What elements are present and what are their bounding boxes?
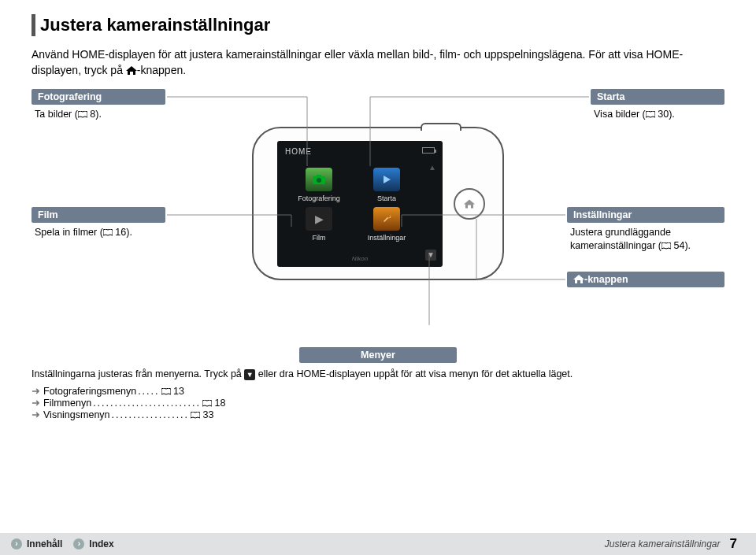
label-installningar: Inställningar Justera grundläggande kame… [567, 207, 724, 253]
book-icon [161, 387, 171, 394]
book-icon [662, 240, 671, 247]
wrench-icon [373, 207, 400, 231]
svg-rect-2 [317, 175, 321, 177]
home-button[interactable] [454, 188, 485, 220]
intro-text: Använd HOME-displayen för att justera ka… [32, 47, 724, 78]
nav-index[interactable]: ›Index [62, 538, 113, 549]
arrow-icon: ➜ [32, 409, 40, 420]
book-icon [103, 227, 113, 234]
nav-innehall[interactable]: ›Innehåll [0, 538, 62, 549]
label-film: Film Spela in filmer ( 16). [32, 207, 165, 239]
book-icon [202, 398, 212, 405]
menu-arrow-icon: ▼ [244, 369, 255, 380]
play-icon [373, 168, 400, 191]
menyer-heading: Menyer [299, 347, 457, 363]
book-icon [191, 410, 200, 417]
page-title: Justera kamerainställningar [40, 15, 270, 35]
brand-label: Nikon [352, 255, 368, 262]
link-visningsmenyn[interactable]: ➜Visningsmenyn.................. 33 [32, 409, 724, 420]
menyer-section: Menyer Inställningarna justeras från men… [32, 347, 724, 420]
book-icon [78, 109, 87, 116]
camera-screen: HOME ▲ Fotografering Starta ▶ [277, 141, 443, 267]
label-starta: Starta Visa bilder ( 30). [591, 89, 724, 121]
footer: ›Innehåll ›Index Justera kamerainställni… [0, 533, 756, 555]
camera-illustration: HOME ▲ Fotografering Starta ▶ [252, 127, 504, 284]
link-fotograferingsmenyn[interactable]: ➜Fotograferingsmenyn..... 13 [32, 385, 724, 397]
home-icon [573, 275, 584, 283]
scroll-down-icon[interactable]: ▼ [425, 250, 436, 261]
menu-starta[interactable]: Starta [353, 168, 421, 202]
arrow-icon: ➜ [32, 385, 40, 397]
battery-icon [422, 147, 435, 154]
arrow-icon: › [73, 538, 84, 549]
svg-point-1 [317, 178, 321, 183]
link-filmmenyn[interactable]: ➜Filmmenyn......................... 18 [32, 397, 724, 409]
scroll-up-icon: ▲ [428, 163, 436, 172]
menu-installningar[interactable]: Inställningar [353, 207, 421, 242]
page-number: 7 [730, 536, 737, 552]
breadcrumb: Justera kamerainställningar [605, 538, 721, 549]
label-fotografering: Fotografering Ta bilder ( 8). [32, 89, 165, 121]
camera-icon [306, 168, 332, 191]
arrow-icon: ➜ [32, 397, 40, 409]
label-home-button: -knappen [567, 272, 724, 287]
arrow-icon: › [11, 538, 22, 549]
svg-marker-3 [384, 176, 391, 183]
video-icon: ▶ [306, 207, 332, 231]
book-icon [646, 109, 655, 116]
home-icon [126, 64, 137, 72]
screen-title: HOME [285, 147, 312, 156]
menu-film[interactable]: ▶ Film [285, 207, 353, 242]
menu-fotografering[interactable]: Fotografering [285, 168, 353, 202]
menu-links: ➜Fotograferingsmenyn..... 13 ➜Filmmenyn.… [32, 385, 724, 420]
